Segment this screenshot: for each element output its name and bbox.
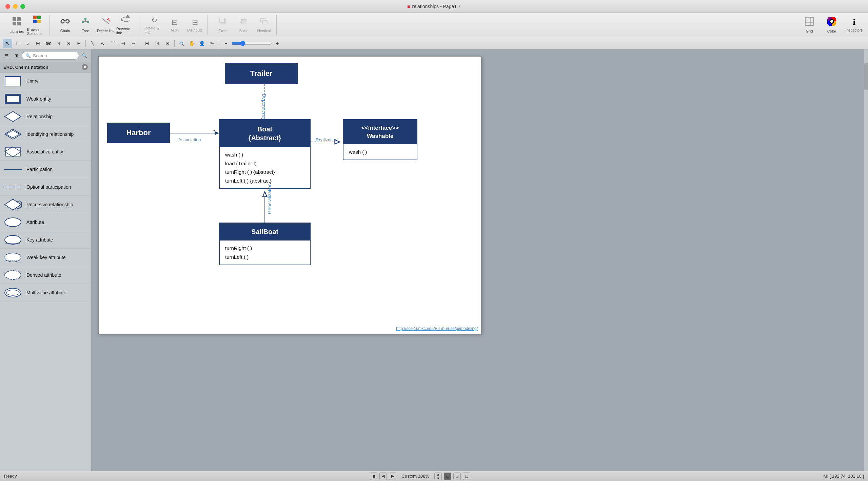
zoom-stepper[interactable]: ▲▼: [434, 473, 442, 480]
prev-page-btn[interactable]: ◀: [379, 473, 387, 480]
sidebar-item-recursive-relationship[interactable]: Recursive relationship: [0, 196, 91, 213]
zoom-fit-tool[interactable]: 🔍: [177, 39, 186, 48]
canvas[interactable]: Trailer Dependency Harbor Association * …: [98, 56, 481, 334]
chain-button[interactable]: Chain: [55, 15, 75, 35]
identical-button[interactable]: Identical: [254, 15, 274, 35]
canvas-area[interactable]: Trailer Dependency Harbor Association * …: [92, 49, 863, 471]
svg-line-20: [108, 19, 110, 21]
user-tool[interactable]: 👤: [197, 39, 206, 48]
search-input[interactable]: [33, 53, 75, 58]
ellipse-tool[interactable]: ○: [23, 39, 33, 48]
align-button[interactable]: ⊟ Align: [165, 15, 184, 35]
sidebar-search-btn[interactable]: 🔍: [80, 51, 88, 60]
slice-tool[interactable]: ⊡: [153, 39, 162, 48]
attribute-icon: [4, 217, 22, 227]
libraries-button[interactable]: Libraries: [7, 15, 26, 35]
svg-rect-11: [84, 18, 86, 20]
line-tool[interactable]: ╲: [88, 39, 97, 48]
pan-tool[interactable]: ✋: [187, 39, 196, 48]
svg-point-47: [5, 253, 21, 262]
tool-7[interactable]: ⊟: [74, 39, 83, 48]
front-button[interactable]: Front: [213, 15, 233, 35]
page-view-3[interactable]: □: [463, 473, 470, 480]
maximize-button[interactable]: [20, 4, 25, 9]
pause-btn[interactable]: ⏸: [370, 473, 377, 480]
category-close-btn[interactable]: ✕: [82, 64, 88, 70]
tree-label: Tree: [82, 29, 89, 33]
delete-link-button[interactable]: Delete link: [96, 15, 116, 35]
reverse-link-icon: [121, 15, 131, 25]
sidebar-item-participation[interactable]: Participation: [0, 161, 91, 178]
sidebar-item-relationship[interactable]: Relationship: [0, 108, 91, 125]
distribute-label: Distribute: [187, 28, 203, 32]
close-button[interactable]: [5, 4, 10, 9]
sidebar-item-associative-entity[interactable]: Associative entity: [0, 143, 91, 161]
trailer-node[interactable]: Trailer: [225, 63, 298, 84]
rotate-flip-button[interactable]: ↻ Rotate & Flip: [144, 15, 164, 35]
sidebar-item-entity[interactable]: Entity: [0, 72, 91, 90]
next-page-btn[interactable]: ▶: [389, 473, 396, 480]
harbor-node[interactable]: Harbor: [107, 123, 170, 143]
tool-5[interactable]: ⊡: [54, 39, 63, 48]
select-tool[interactable]: ↖: [3, 39, 12, 48]
toolbar-group-transform: ↻ Rotate & Flip ⊟ Align ⊞ Distribute: [142, 15, 208, 35]
curve-tool[interactable]: ∿: [98, 39, 107, 48]
identical-label: Identical: [257, 29, 271, 33]
derived-attr-icon: [4, 270, 22, 280]
zoom-out-btn[interactable]: −: [221, 39, 231, 48]
browse-solutions-button[interactable]: Browse Solutions: [27, 15, 47, 35]
back-button[interactable]: Back: [234, 15, 253, 35]
table-tool[interactable]: ⊞: [33, 39, 43, 48]
tool-6[interactable]: ⊠: [64, 39, 73, 48]
reverse-link-button[interactable]: Reverse link: [116, 15, 136, 35]
inspectors-button[interactable]: ℹ Inspectors: [844, 15, 864, 35]
boat-node[interactable]: Boat{Abstract} wash ( ) load (Trailer t)…: [219, 119, 311, 189]
identifying-rel-label: Identifying relationship: [26, 131, 74, 137]
sidebar-grid-view-btn[interactable]: ⊞: [12, 51, 20, 60]
identifying-rel-icon: [4, 128, 22, 140]
sidebar-item-derived-attribute[interactable]: Derived attribute: [0, 266, 91, 284]
boat-method-1: wash ( ): [225, 150, 304, 159]
crop-tool[interactable]: ⊞: [142, 39, 152, 48]
grid-button[interactable]: Grid: [800, 15, 819, 35]
color-button[interactable]: Color: [822, 15, 842, 35]
sidebar-item-identifying-relationship[interactable]: Identifying relationship: [0, 125, 91, 143]
washable-node[interactable]: <<interface>>Washable wash ( ): [343, 119, 417, 160]
dependency-label: Dependency: [261, 94, 267, 121]
split-tool[interactable]: ⊠: [163, 39, 172, 48]
right-scrollbar[interactable]: [863, 49, 868, 471]
minimize-button[interactable]: [13, 4, 18, 9]
page-view-2[interactable]: □: [453, 473, 461, 480]
sidebar-item-optional-participation[interactable]: Optional participation: [0, 178, 91, 196]
page-view-1[interactable]: □: [444, 473, 451, 480]
zoom-slider[interactable]: [231, 41, 272, 46]
sidebar-item-weak-entity[interactable]: Weak entity: [0, 90, 91, 108]
zoom-label: Custom 108%: [398, 474, 432, 479]
svg-rect-25: [260, 19, 265, 22]
distribute-button[interactable]: ⊞ Distribute: [185, 15, 205, 35]
svg-rect-24: [241, 19, 246, 24]
sailboat-node[interactable]: SailBoat turnRight ( ) turnLeft ( ): [219, 223, 311, 265]
arc-tool[interactable]: ⌒: [108, 39, 118, 48]
realization-label: Realization: [316, 137, 337, 142]
sidebar-item-weak-key-attribute[interactable]: Weak key attribute: [0, 249, 91, 266]
title-chevron[interactable]: ▾: [459, 4, 461, 8]
phone-tool[interactable]: ☎: [43, 39, 53, 48]
sidebar-header: ☰ ⊞ 🔍 🔍: [0, 49, 91, 62]
tree-button[interactable]: Tree: [76, 15, 95, 35]
pen-tool[interactable]: ✏: [207, 39, 217, 48]
zoom-in-btn[interactable]: +: [273, 39, 282, 48]
sidebar-item-multivalue-attribute[interactable]: Multivalue attribute: [0, 284, 91, 301]
participation-label: Participation: [26, 167, 53, 172]
sidebar-item-attribute[interactable]: Attribute: [0, 213, 91, 231]
connector-tool[interactable]: ⊣: [118, 39, 128, 48]
sidebar-item-key-attribute[interactable]: Key attribute: [0, 231, 91, 249]
relationship-icon: [4, 111, 22, 122]
svg-point-49: [5, 271, 21, 279]
arrow-tool[interactable]: →: [129, 39, 138, 48]
key-attr-label: Key attribute: [26, 237, 53, 243]
rectangle-tool[interactable]: □: [13, 39, 22, 48]
sidebar-list-view-btn[interactable]: ☰: [3, 51, 11, 60]
canvas-url[interactable]: http://sce2.umkc.edu/BIT/burrise/pi/mode…: [396, 326, 478, 331]
grid-label: Grid: [806, 29, 813, 33]
